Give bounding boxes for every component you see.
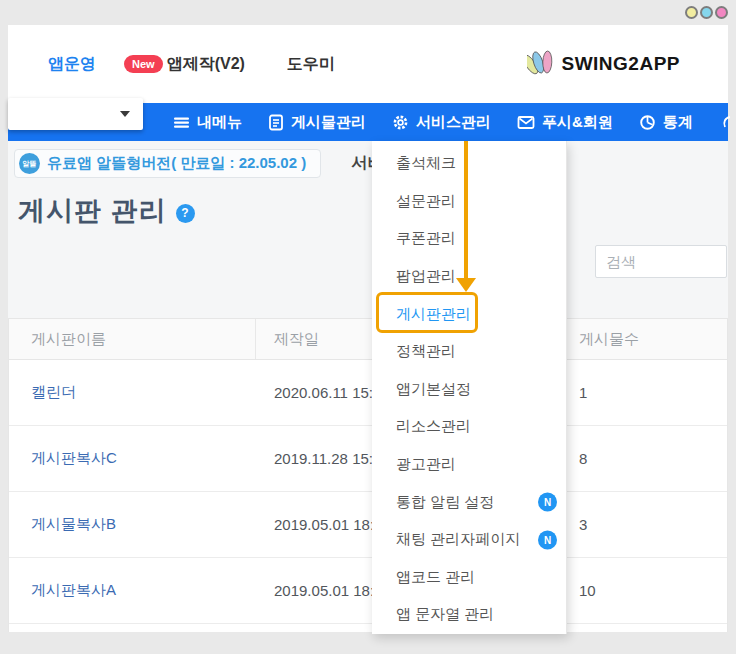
content-area: 알뜰 유료앱 알뜰형버전( 만료일 : 22.05.02 ) 서비스관리 > 게… <box>8 141 728 632</box>
menu-item-label: 채팅 관리자페이지 <box>396 530 520 549</box>
select-caret-icon <box>120 111 130 117</box>
table-row: 게시물복사B 2019.05.01 18:51 3 <box>9 492 727 558</box>
tab-app-create-label: 앱제작(V2) <box>167 54 245 75</box>
menu-item-ad-management[interactable]: 광고관리 <box>372 446 566 484</box>
menu-item-chat-admin-page[interactable]: 채팅 관리자페이지N <box>372 521 566 559</box>
page-title: 게시판 관리 <box>18 193 167 229</box>
nav-item-statistics[interactable]: 통계 <box>626 113 706 132</box>
menu-item-coupon-management[interactable]: 쿠폰관리 <box>372 220 566 258</box>
tab-helper[interactable]: 도우미 <box>287 54 335 75</box>
document-icon <box>268 114 284 131</box>
app-plan-label: 유료앱 알뜰형버전( 만료일 : 22.05.02 ) <box>47 154 306 173</box>
window-dot-yellow[interactable] <box>685 6 698 19</box>
new-badge: New <box>124 55 163 73</box>
board-name-link[interactable]: 게시물복사B <box>9 492 256 557</box>
new-feature-badge: N <box>538 530 557 549</box>
table-row: 게시판복사C 2019.11.28 15:49 8 <box>9 426 727 492</box>
menu-item-label: 출석체크 <box>396 154 456 173</box>
menu-item-label: 설문관리 <box>396 192 456 211</box>
pie-chart-icon <box>639 114 656 131</box>
board-name-link[interactable]: 게시판복사C <box>9 426 256 491</box>
screen: 앱운영 New 앱제작(V2) 도우미 SWING2APP <box>0 0 736 654</box>
window-dot-cyan[interactable] <box>700 6 713 19</box>
menu-item-survey-management[interactable]: 설문관리 <box>372 183 566 221</box>
menu-item-board-management[interactable]: 게시판관리 <box>372 295 566 333</box>
swing2app-logo[interactable]: SWING2APP <box>527 49 680 79</box>
menu-item-label: 리소스관리 <box>396 417 471 436</box>
board-table: 게시판이름 제작일 게시물수 캘린더 2020.06.11 15:30 1 게시… <box>8 318 728 632</box>
mail-icon <box>517 115 535 130</box>
logo-text: SWING2APP <box>561 53 680 75</box>
column-header-board-name: 게시판이름 <box>9 319 256 359</box>
nav-item-my-menu[interactable]: 내메뉴 <box>160 113 255 132</box>
nav-item-label: 내메뉴 <box>197 113 242 132</box>
menu-item-label: 광고관리 <box>396 455 456 474</box>
page-title-row: 게시판 관리 ? <box>18 193 195 229</box>
board-post-count: 8 <box>564 426 727 491</box>
menu-item-label: 앱기본설정 <box>396 380 471 399</box>
tutorial-arrow-line <box>464 141 468 278</box>
tab-app-create[interactable]: New 앱제작(V2) <box>124 54 245 75</box>
service-management-menu: 출석체크 설문관리 쿠폰관리 팝업관리 게시판관리 정책관리 앱기본설정 리소스… <box>372 141 567 634</box>
app-select-dropdown[interactable] <box>8 98 143 130</box>
menu-item-label: 정책관리 <box>396 342 456 361</box>
search-input[interactable] <box>595 245 727 278</box>
app-window: 앱운영 New 앱제작(V2) 도우미 SWING2APP <box>8 25 728 632</box>
menu-item-label: 앱 문자열 관리 <box>396 605 494 624</box>
board-post-count: 10 <box>564 558 727 623</box>
nav-item-label: 게시물관리 <box>291 113 366 132</box>
tutorial-arrow-head-icon <box>456 278 476 292</box>
nav-item-post-management[interactable]: 게시물관리 <box>255 113 379 132</box>
table-header: 게시판이름 제작일 게시물수 <box>9 319 727 360</box>
tab-app-operation[interactable]: 앱운영 <box>48 54 96 75</box>
menu-item-attendance-check[interactable]: 출석체크 <box>372 145 566 183</box>
menu-item-app-code-management[interactable]: 앱코드 관리 <box>372 559 566 597</box>
menu-item-resource-management[interactable]: 리소스관리 <box>372 408 566 446</box>
plan-badge: 알뜰 <box>19 153 40 174</box>
menu-item-integrated-notification[interactable]: 통합 알림 설정N <box>372 483 566 521</box>
logo-petals-icon <box>527 49 557 79</box>
menu-item-app-string-management[interactable]: 앱 문자열 관리 <box>372 596 566 634</box>
nav-item-label: 통계 <box>663 113 693 132</box>
board-post-count: 3 <box>564 492 727 557</box>
menu-item-label: 게시판관리 <box>396 305 471 324</box>
partial-nav-icon <box>721 114 731 134</box>
nav-item-service-management[interactable]: 서비스관리 <box>379 113 504 132</box>
table-row: 게시판복사A 2019.05.01 18:49 10 <box>9 558 727 624</box>
menu-item-app-basic-settings[interactable]: 앱기본설정 <box>372 371 566 409</box>
help-icon[interactable]: ? <box>176 204 195 223</box>
board-name-link[interactable]: 게시판복사A <box>9 558 256 623</box>
menu-item-label: 통합 알림 설정 <box>396 493 494 512</box>
new-feature-badge: N <box>538 493 557 512</box>
app-header: 앱운영 New 앱제작(V2) 도우미 SWING2APP <box>8 25 728 103</box>
table-row: 캘린더 2020.06.11 15:30 1 <box>9 360 727 426</box>
menu-item-policy-management[interactable]: 정책관리 <box>372 333 566 371</box>
main-nav: 내메뉴 게시물관리 서비스관리 <box>8 103 728 141</box>
gear-icon <box>392 114 409 131</box>
board-post-count: 1 <box>564 360 727 425</box>
nav-item-label: 서비스관리 <box>416 113 491 132</box>
column-header-post-count: 게시물수 <box>564 319 727 359</box>
nav-item-push-members[interactable]: 푸시&회원 <box>504 113 626 132</box>
hamburger-icon <box>173 114 190 131</box>
app-plan-box: 알뜰 유료앱 알뜰형버전( 만료일 : 22.05.02 ) <box>14 149 321 178</box>
nav-item-label: 푸시&회원 <box>542 113 613 132</box>
board-name-link[interactable]: 캘린더 <box>9 360 256 425</box>
menu-item-label: 팝업관리 <box>396 267 456 286</box>
menu-item-label: 앱코드 관리 <box>396 568 475 587</box>
window-dot-pink[interactable] <box>715 6 728 19</box>
menu-item-label: 쿠폰관리 <box>396 229 456 248</box>
nav-items: 내메뉴 게시물관리 서비스관리 <box>160 103 706 141</box>
